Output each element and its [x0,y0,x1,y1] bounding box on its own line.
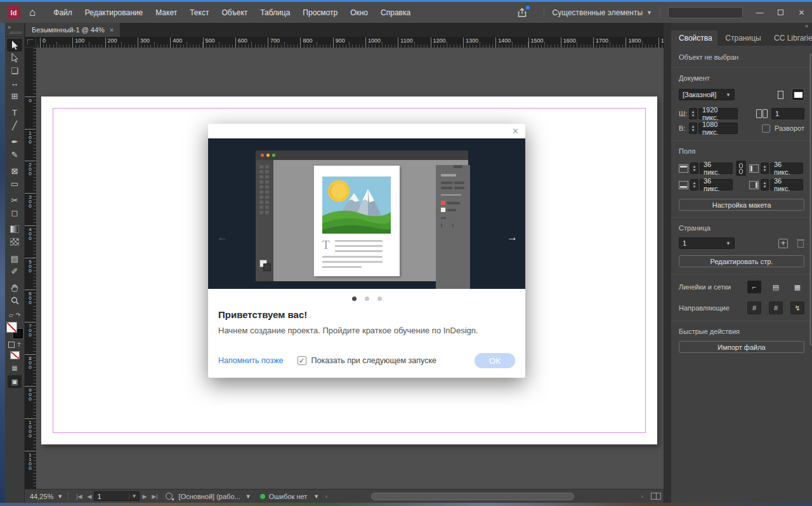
page-select-dropdown[interactable]: 1 ▼ [679,237,735,249]
chevron-down-icon[interactable]: ▼ [313,493,319,500]
menu-item-5[interactable]: Таблица [254,4,296,21]
preflight-icon[interactable] [166,493,173,500]
dock-divider[interactable] [664,23,671,503]
scissors-tool[interactable]: ✂ [7,194,22,206]
baseline-grid-button[interactable]: ▤ [769,281,783,293]
dock-collapse-icon[interactable]: » [8,24,11,30]
gap-tool[interactable]: ↔ [7,77,22,90]
menu-item-8[interactable]: Справка [374,4,417,21]
width-field[interactable]: 1920 пикс. [698,108,738,119]
document-grid-button[interactable]: ▦ [790,281,804,293]
import-file-button[interactable]: Импорт файла [679,341,804,353]
portrait-orientation-button[interactable] [774,88,787,101]
carousel-dot-1[interactable] [365,296,369,301]
margin-outside-stepper[interactable]: ▲▼ [761,179,769,190]
dialog-close-icon[interactable]: ✕ [512,126,519,136]
height-stepper[interactable]: ▲▼ [689,123,697,134]
lock-guides-button[interactable]: # [769,302,783,314]
minimize-button[interactable]: — [749,3,770,22]
height-field[interactable]: 1080 пикс. [698,123,738,134]
content-collector-tool[interactable]: ⊞ [7,90,22,102]
first-page-button[interactable]: |◀ [76,493,82,500]
rectangle-tool[interactable]: ▭ [7,177,22,190]
master-page-label[interactable]: [Основной] (рабо... [179,493,240,500]
search-input[interactable] [668,7,743,18]
show-on-startup-checkbox[interactable]: ✓ [298,356,306,365]
direct-selection-tool[interactable] [7,51,22,64]
fill-none-swatch[interactable] [6,322,17,333]
type-tool[interactable]: T [7,106,22,119]
selection-tool[interactable] [7,39,22,51]
horizontal-ruler[interactable]: 0100200300400500600700800900100011001200… [36,37,664,48]
default-swatches-icon[interactable]: ▱ [9,312,13,318]
zoom-level-control[interactable]: 44,25% ▼ [30,493,63,500]
last-page-button[interactable]: ▶| [152,493,157,500]
home-icon[interactable]: ⌂ [29,6,36,19]
gradient-feather-tool[interactable] [7,236,22,248]
share-icon[interactable] [517,8,527,18]
preflight-errors-label[interactable]: Ошибок нет [269,493,308,500]
document-tab[interactable]: Безымянный-1 @ 44% × [25,23,120,37]
document-canvas[interactable]: ✕ ← → [36,48,664,489]
margin-top-field[interactable]: 36 пикс. [700,163,733,174]
formatting-text-icon[interactable]: T [17,342,21,348]
remind-later-link[interactable]: Напомнить позже [218,356,284,365]
menu-item-0[interactable]: Файл [47,4,79,21]
ok-button[interactable]: ОК [475,353,515,368]
app-logo-icon[interactable]: Id [7,6,20,19]
formatting-container-icon[interactable] [8,342,15,348]
menu-item-3[interactable]: Текст [183,4,215,21]
apply-none-swatch[interactable] [10,351,20,359]
smart-guides-button[interactable]: ↯ [790,302,804,314]
menu-item-4[interactable]: Объект [215,4,254,21]
margin-bottom-stepper[interactable]: ▲▼ [690,179,698,190]
carousel-next-arrow[interactable]: → [507,231,518,244]
document-preset-dropdown[interactable]: [Заказной] ▼ [679,89,735,100]
tab-close-icon[interactable]: × [110,26,114,34]
menu-item-7[interactable]: Окно [344,4,374,21]
chevron-down-icon[interactable]: ▼ [246,493,251,500]
swap-fill-stroke-icon[interactable]: ↷ [16,312,21,318]
menu-item-2[interactable]: Макет [149,4,183,21]
panel-tab-cc-libraries[interactable]: CC Libraries [766,30,812,46]
panel-tab-страницы[interactable]: Страницы [717,30,766,46]
screen-mode-icon[interactable]: ▦ [11,364,17,371]
dock-grip[interactable] [10,32,22,34]
margin-outside-field[interactable]: 36 пикс. [770,179,803,190]
add-page-button[interactable]: + [778,239,788,248]
delete-page-icon[interactable] [797,239,804,248]
menu-item-1[interactable]: Редактирование [79,4,149,21]
landscape-orientation-button[interactable] [792,88,804,101]
gradient-tool[interactable] [7,223,22,236]
facing-pages-checkbox[interactable] [762,124,770,133]
menu-item-6[interactable]: Просмотр [296,4,344,21]
preview-mode-button[interactable]: ▣ [8,375,22,388]
vertical-ruler[interactable]: 01 0 02 0 03 0 04 0 05 0 06 0 07 0 08 0 … [25,48,36,489]
note-tool[interactable]: ▤ [7,252,22,265]
page-count-field[interactable]: 1 [771,108,804,119]
zoom-tool[interactable] [7,294,22,307]
close-button[interactable]: ✕ [791,3,812,22]
eyedropper-tool[interactable]: ✐ [7,265,22,277]
scroll-left-icon[interactable]: ‹ [325,493,327,500]
frame-tool[interactable]: ⊠ [7,164,22,177]
free-transform-tool[interactable]: ◻ [7,206,22,219]
panel-scrollbar[interactable] [809,53,811,345]
margin-bottom-field[interactable]: 36 пикс. [700,179,733,190]
pencil-tool[interactable]: ✎ [7,148,22,161]
panel-collapse-icon[interactable]: » [805,23,808,29]
workspace-switcher[interactable]: Существенные элементы ▼ [552,8,652,17]
show-rulers-button[interactable]: ⌐ [747,281,761,293]
width-stepper[interactable]: ▲▼ [689,108,697,119]
hand-tool[interactable] [7,281,22,294]
fill-stroke-swatches[interactable] [6,322,23,338]
carousel-dot-0[interactable] [352,296,357,301]
edit-page-button[interactable]: Редактировать стр. [679,255,804,267]
carousel-prev-arrow[interactable]: ← [217,231,228,244]
spread-view-icon[interactable] [651,493,661,500]
panel-tab-свойства[interactable]: Свойства [671,30,717,46]
pen-tool[interactable]: ✒ [7,135,22,148]
next-page-button[interactable]: ▶ [142,493,147,500]
page-number-field[interactable]: 1 ▼ [94,491,140,501]
link-margins-icon[interactable] [736,161,746,176]
